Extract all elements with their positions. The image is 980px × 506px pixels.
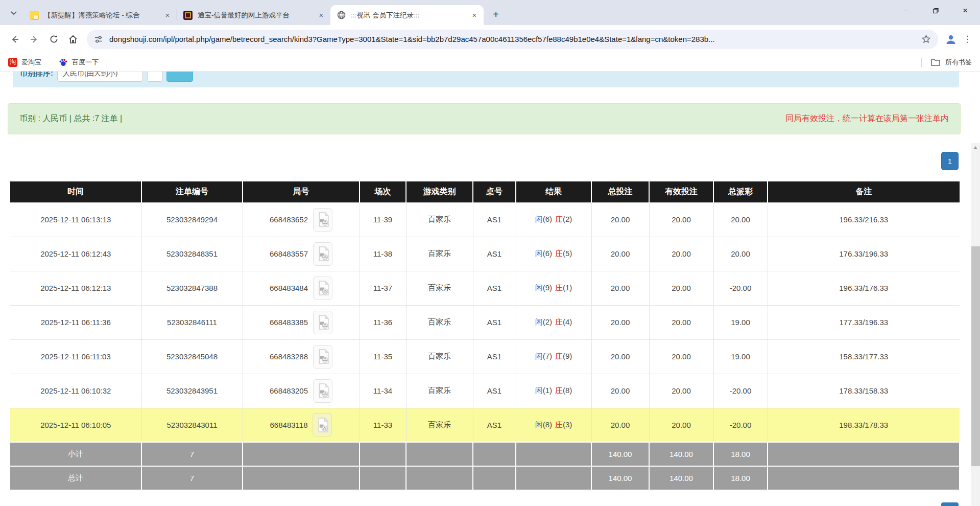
currency-sort-select[interactable]: 人民币(由大到小) — [57, 72, 143, 82]
cell-game-type: 百家乐 — [406, 305, 473, 339]
cell-total-bet: 20.00 — [591, 237, 649, 271]
cell-game-type: 百家乐 — [406, 271, 473, 305]
table-row-highlighted: 2025-12-11 06:10:05 523032843011 6684831… — [10, 408, 960, 442]
back-icon[interactable] — [5, 30, 25, 49]
menu-kebab-icon[interactable]: ⋮ — [960, 30, 975, 49]
bottom-pagination-button-partial[interactable] — [941, 502, 959, 506]
subtotal-label: 小计 — [10, 442, 141, 466]
cell-round: 668483652 — [243, 202, 360, 237]
home-icon[interactable] — [63, 30, 83, 49]
page-content: 币别排序: 人民币(由大到小) 币别 : 人民币 | 总共 :7 注单 | 同局… — [0, 72, 980, 506]
cell-round: 668483118 — [243, 408, 360, 442]
cell-table-no: AS1 — [473, 374, 516, 408]
cell-table-no: AS1 — [473, 408, 516, 442]
all-bookmarks[interactable]: 所有书签 — [921, 58, 972, 67]
pagination-page-1-button[interactable]: 1 — [941, 152, 959, 170]
tab-haiyan-forum[interactable]: 【新提醒】海燕策略论坛 - 综合 × — [23, 5, 177, 25]
cell-time: 2025-12-11 06:11:36 — [10, 305, 141, 339]
vertical-scrollbar[interactable] — [971, 143, 980, 506]
grand-total-label: 总计 — [10, 466, 141, 490]
cell-bet-id: 523032843951 — [141, 374, 243, 408]
tab-bet-records-active[interactable]: :::视讯 会员下注纪录::: × — [330, 5, 484, 25]
tab-close-icon[interactable]: × — [469, 10, 480, 20]
col-result: 结果 — [516, 181, 591, 202]
reload-icon[interactable] — [44, 30, 63, 49]
cell-valid-bet: 20.00 — [649, 271, 713, 305]
scrollbar-up-arrow-icon[interactable] — [973, 146, 977, 149]
search-button[interactable] — [166, 72, 193, 82]
cell-payout: -20.00 — [713, 374, 768, 408]
cell-remark: 178.33/158.33 — [768, 374, 960, 408]
tab-strip: 【新提醒】海燕策略论坛 - 综合 × 通宝-信誉最好的网上游戏平台 × :::视… — [0, 0, 980, 25]
close-icon[interactable]: × — [950, 0, 980, 21]
cell-result: 闲(8)庄(3) — [516, 408, 591, 442]
cell-payout: 20.00 — [713, 202, 768, 237]
cell-table-no: AS1 — [473, 271, 516, 305]
cell-valid-bet: 20.00 — [649, 202, 713, 237]
cell-result: 闲(9)庄(1) — [516, 271, 591, 305]
cell-total-bet: 20.00 — [591, 305, 649, 339]
bet-records-table: 时间 注单编号 局号 场次 游戏类别 桌号 结果 总投注 有效投注 总派彩 备注… — [10, 181, 960, 491]
video-replay-button[interactable] — [313, 208, 332, 232]
table-row: 2025-12-11 06:12:13 523032847388 6684834… — [10, 271, 960, 305]
grand-total-count: 7 — [141, 466, 243, 490]
video-replay-button[interactable] — [313, 277, 332, 300]
bookmarks-bar: 淘 爱淘宝 百度一下 所有书签 — [0, 53, 980, 72]
cell-session: 11-39 — [360, 202, 406, 237]
cell-table-no: AS1 — [473, 339, 516, 374]
url-text: dongshouji.com/ipl/portal.php/game/betre… — [109, 35, 916, 43]
cell-time: 2025-12-11 06:13:13 — [10, 202, 141, 237]
forward-icon[interactable] — [25, 30, 44, 49]
scrollbar-thumb[interactable] — [971, 246, 980, 466]
cell-bet-id: 523032847388 — [141, 271, 243, 305]
bookmark-baidu[interactable]: 百度一下 — [59, 58, 99, 67]
grand-total-payout: 18.00 — [713, 466, 768, 490]
cell-remark: 177.33/196.33 — [768, 305, 960, 339]
tab-search-chevron-icon[interactable] — [6, 6, 21, 21]
summary-bar: 币别 : 人民币 | 总共 :7 注单 | 同局有效投注，统一计算在该局第一张注… — [8, 103, 961, 134]
new-tab-button[interactable]: + — [489, 7, 503, 21]
cell-total-bet: 20.00 — [591, 374, 649, 408]
video-replay-button[interactable] — [313, 379, 332, 403]
video-replay-button[interactable] — [313, 242, 332, 266]
profile-avatar[interactable] — [942, 31, 960, 48]
tab-close-icon[interactable]: × — [162, 10, 173, 20]
table-row: 2025-12-11 06:13:13 523032849294 6684836… — [10, 202, 960, 237]
cell-remark: 196.33/176.33 — [768, 271, 960, 305]
grand-total-valid-bet: 140.00 — [649, 466, 713, 490]
secondary-select[interactable] — [147, 72, 162, 82]
bookmark-label: 爱淘宝 — [21, 58, 41, 67]
browser-window: 【新提醒】海燕策略论坛 - 综合 × 通宝-信誉最好的网上游戏平台 × :::视… — [0, 0, 980, 506]
subtotal-count: 7 — [141, 442, 243, 466]
cell-game-type: 百家乐 — [406, 202, 473, 237]
cell-bet-id: 523032849294 — [141, 202, 243, 237]
site-info-icon[interactable] — [94, 35, 103, 44]
round-number: 668483652 — [270, 215, 308, 224]
cell-session: 11-35 — [360, 339, 406, 374]
tab-tongbao-platform[interactable]: 通宝-信誉最好的网上游戏平台 × — [177, 5, 330, 25]
video-replay-button[interactable] — [313, 413, 332, 436]
cell-total-bet: 20.00 — [591, 202, 649, 237]
subtotal-valid-bet: 140.00 — [649, 442, 713, 466]
cell-payout: 19.00 — [713, 339, 768, 374]
cell-remark: 158.33/177.33 — [768, 339, 960, 374]
round-number: 668483484 — [270, 284, 308, 292]
video-replay-button[interactable] — [313, 311, 332, 334]
cell-remark: 198.33/178.33 — [768, 408, 960, 442]
cell-result: 闲(6)庄(5) — [516, 237, 591, 271]
table-row: 2025-12-11 06:10:32 523032843951 6684832… — [10, 374, 960, 408]
tab-close-icon[interactable]: × — [316, 10, 326, 20]
window-controls: ─ × — [891, 0, 980, 21]
video-replay-button[interactable] — [313, 345, 332, 369]
bookmark-aitaobao[interactable]: 淘 爱淘宝 — [8, 58, 41, 67]
maximize-icon[interactable] — [921, 0, 950, 21]
table-header-row: 时间 注单编号 局号 场次 游戏类别 桌号 结果 总投注 有效投注 总派彩 备注 — [10, 181, 960, 202]
col-game-type: 游戏类别 — [406, 181, 473, 202]
minimize-icon[interactable]: ─ — [891, 0, 921, 21]
cell-total-bet: 20.00 — [591, 339, 649, 374]
cell-valid-bet: 20.00 — [649, 339, 713, 374]
address-bar[interactable]: dongshouji.com/ipl/portal.php/game/betre… — [87, 30, 938, 49]
round-number: 668483205 — [270, 386, 308, 395]
bookmark-star-icon[interactable] — [921, 34, 931, 44]
grand-total-total-bet: 140.00 — [591, 466, 649, 490]
